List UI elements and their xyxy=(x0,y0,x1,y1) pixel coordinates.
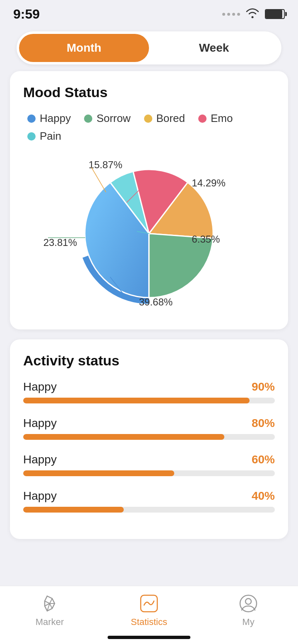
mood-status-card: Mood Status Happy Sorrow Bored Emo Pain xyxy=(10,71,288,329)
activity-status-title: Activity status xyxy=(23,353,275,369)
status-bar: 9:59 xyxy=(0,0,298,25)
legend-emo: Emo xyxy=(198,112,233,125)
happy-dot xyxy=(27,114,36,123)
tab-week[interactable]: Week xyxy=(149,34,279,62)
activity-status-card: Activity status Happy 90% Happy 80% Happ… xyxy=(10,339,288,539)
svg-point-7 xyxy=(245,599,251,604)
activity-percent-1: 80% xyxy=(252,417,275,430)
progress-track-1 xyxy=(23,434,275,440)
legend-sorrow: Sorrow xyxy=(84,112,130,125)
pie-canvas xyxy=(79,163,219,304)
progress-fill-0 xyxy=(23,398,250,403)
progress-fill-1 xyxy=(23,434,224,440)
activity-label-1: Happy xyxy=(23,417,57,430)
activity-item-2: Happy 60% xyxy=(23,453,275,476)
activity-label-2: Happy xyxy=(23,453,57,466)
pain-dot xyxy=(27,132,36,141)
activity-percent-0: 90% xyxy=(252,380,275,394)
activity-label-3: Happy xyxy=(23,489,57,503)
legend-bored: Bored xyxy=(144,112,185,125)
tab-switcher: Month Week xyxy=(17,31,281,64)
signal-icon xyxy=(222,13,240,16)
bored-label: Bored xyxy=(156,112,185,125)
activity-percent-2: 60% xyxy=(252,453,275,466)
emo-label: Emo xyxy=(211,112,233,125)
mood-status-title: Mood Status xyxy=(23,84,275,100)
sorrow-label: Sorrow xyxy=(96,112,130,125)
emo-dot xyxy=(198,114,207,123)
legend-pain: Pain xyxy=(27,130,61,143)
statistics-icon xyxy=(138,593,160,614)
bored-dot xyxy=(144,114,152,123)
progress-track-2 xyxy=(23,470,275,476)
pain-label: Pain xyxy=(40,130,61,143)
sorrow-dot xyxy=(84,114,92,123)
progress-track-0 xyxy=(23,398,275,403)
home-indicator xyxy=(108,636,190,639)
nav-my-label: My xyxy=(242,617,254,627)
activity-percent-3: 40% xyxy=(252,489,275,503)
pie-chart: 23.81% 15.87% 14.29% 6.35% 39.68% xyxy=(23,151,275,316)
nav-marker-label: Marker xyxy=(36,617,64,627)
activity-item-3: Happy 40% xyxy=(23,489,275,513)
my-icon xyxy=(238,593,259,614)
happy-label: Happy xyxy=(40,112,71,125)
battery-icon xyxy=(265,9,285,19)
activity-item-0: Happy 90% xyxy=(23,380,275,403)
progress-track-3 xyxy=(23,507,275,513)
legend-happy: Happy xyxy=(27,112,71,125)
status-time: 9:59 xyxy=(13,7,40,22)
mood-legend: Happy Sorrow Bored Emo Pain xyxy=(23,112,275,143)
nav-my[interactable]: My xyxy=(223,593,273,627)
progress-fill-2 xyxy=(23,470,174,476)
wifi-icon xyxy=(245,8,260,20)
activity-item-1: Happy 80% xyxy=(23,417,275,440)
progress-fill-3 xyxy=(23,507,124,513)
nav-marker[interactable]: Marker xyxy=(25,593,74,627)
bottom-nav: Marker Statistics My xyxy=(0,586,298,644)
nav-statistics[interactable]: Statistics xyxy=(124,593,174,627)
status-icons xyxy=(222,8,285,20)
nav-statistics-label: Statistics xyxy=(131,617,167,627)
tab-month[interactable]: Month xyxy=(19,34,149,62)
sorrow-percent-label: 23.81% xyxy=(43,237,77,248)
activity-label-0: Happy xyxy=(23,380,57,394)
marker-icon xyxy=(39,593,60,614)
